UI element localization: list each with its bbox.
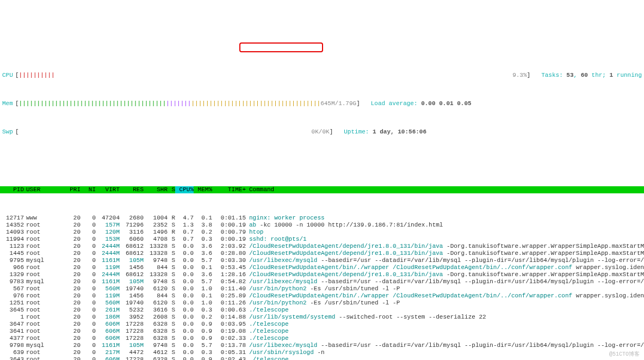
meters-panel: CPU[||||||||||9.3%] Tasks: 53, 60 thr; 1… [0,42,644,165]
process-row[interactable]: 3647root200606M172286328S0.00.90:03.95./… [0,321,644,328]
swp-label: Swp [2,129,15,136]
mem-bars-yellow: |||||||||||||||||||||||||||||||||||| [191,100,320,107]
hdr-s[interactable]: S [168,186,175,193]
hdr-shr[interactable]: SHR [144,186,168,193]
process-row[interactable]: 567root200560M197406120S0.01.00:11.40/us… [0,285,644,292]
tasks-info: Tasks: 53, 60 thr; 1 running [541,72,642,79]
mem-bars-purple: ||||||| [166,100,191,107]
swp-value: 0K/0K [312,129,330,136]
process-row[interactable]: 3645root200261M52323616S0.00.30:00.63./t… [0,307,644,314]
hdr-ni[interactable]: NI [81,186,96,193]
process-row[interactable]: 1329root2002444M6861213328S0.03.61:28.16… [0,271,644,278]
hdr-virt[interactable]: VIRT [96,186,120,193]
hdr-cpu[interactable]: CPU% [175,186,194,193]
process-row[interactable]: 9795mysql2001161M105M9748S0.05.70:03.30/… [0,257,644,264]
process-row[interactable]: 1root200186M39522608S0.00.20:14.88/usr/l… [0,314,644,321]
process-row[interactable]: 14352root200157M712962352S1.33.80:00.19a… [0,222,644,229]
process-row[interactable]: 639root200217M44724612S0.00.30:05.31/usr… [0,349,644,356]
hdr-pri[interactable]: PRI [65,186,81,193]
cpu-bars: |||||||||| [19,72,55,79]
watermark: @51CTO博客 [609,351,640,358]
cpu-value: 9.3% [512,72,527,79]
hdr-user[interactable]: USER [24,186,65,193]
mem-meter: Mem[||||||||||||||||||||||||||||||||||||… [2,100,642,107]
process-list[interactable]: 12717www2004720426801004R4.70.10:01.15ng… [0,215,644,360]
mem-bars-green: ||||||||||||||||||||||||||||||||||||||||… [19,100,166,107]
process-row[interactable]: 12717www2004720426801004R4.70.10:01.15ng… [0,215,644,222]
mem-value: 645M/1.79G [320,100,356,107]
process-row[interactable]: 11994root200153M60604708S0.70.30:00.19ss… [0,236,644,243]
process-row[interactable]: 3641root200606M172286328S0.00.90:19.08./… [0,328,644,335]
process-row[interactable]: 3643root200606M172286328S0.00.90:02.43./… [0,356,644,360]
hdr-mem[interactable]: MEM% [194,186,212,193]
swp-meter: Swp[0K/0K] Uptime: 1 day, 10:56:06 [2,129,642,136]
cpu-meter: CPU[||||||||||9.3%] Tasks: 53, 60 thr; 1… [2,72,642,79]
process-row[interactable]: 4377root200606M172286328S0.00.90:02.33./… [0,335,644,342]
process-row[interactable]: 976root200119M1456844S0.00.10:25.89/Clou… [0,292,644,300]
hdr-time[interactable]: TIME+ [212,186,246,193]
load-info: Load average: 0.00 0.01 0.05 [371,100,472,107]
process-row[interactable]: 966root200119M1456844S0.00.10:53.45/Clou… [0,264,644,271]
process-row[interactable]: 1251root200560M197406120S0.01.00:11.26/u… [0,300,644,307]
process-row[interactable]: 14093root200120M31161496R0.70.20:00.79ht… [0,229,644,236]
process-row[interactable]: 9798mysql2001161M105M9748S0.05.70:13.78/… [0,342,644,349]
hdr-pid[interactable]: PID [2,186,24,193]
process-row[interactable]: 1123root2002444M6861213328S0.03.62:03.92… [0,243,644,250]
process-row[interactable]: 9783mysql2001161M105M9748S0.05.70:54.82/… [0,278,644,285]
cpu-label: CPU [2,72,15,79]
hdr-res[interactable]: RES [120,186,144,193]
uptime-info: Uptime: 1 day, 10:56:06 [344,129,426,136]
hdr-cmd[interactable]: Command [246,186,274,193]
process-header[interactable]: PIDUSERPRINIVIRTRESSHRSCPU%MEM%TIME+Comm… [0,186,644,193]
mem-label: Mem [2,100,15,107]
highlight-box [239,42,323,52]
process-row[interactable]: 1445root2002444M6861213328S0.03.60:28.80… [0,250,644,257]
